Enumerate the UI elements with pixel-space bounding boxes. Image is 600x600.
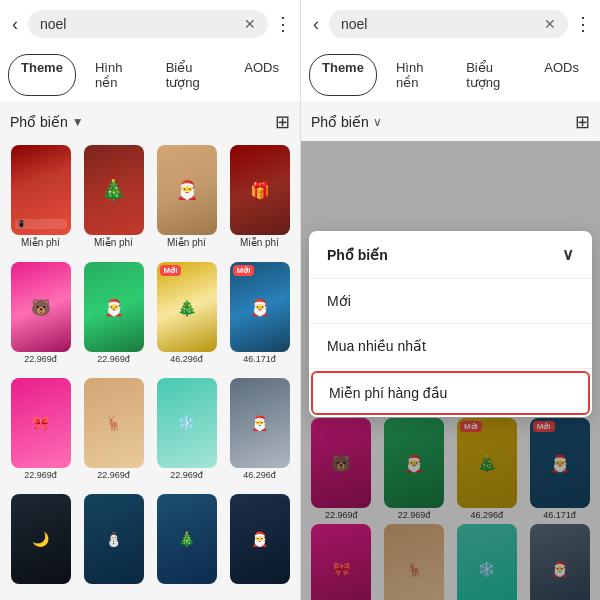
dropdown-label: Mới [327, 293, 351, 309]
theme-thumbnail: 🎀 [11, 378, 71, 468]
right-filter-tabs: Theme Hình nền Biểu tượng AODs [301, 48, 600, 103]
theme-label: Miễn phí [240, 237, 279, 248]
right-back-button[interactable]: ‹ [309, 12, 323, 37]
theme-thumbnail: 🎅 [84, 262, 144, 352]
dropdown-label: Phổ biến [327, 247, 388, 263]
left-tab-aods[interactable]: AODs [231, 54, 292, 96]
dropdown-item-moi[interactable]: Mới [309, 279, 592, 324]
right-sort-chevron-icon: ∨ [373, 115, 382, 129]
left-search-input[interactable]: noel ✕ [28, 10, 268, 38]
theme-thumbnail: Mới 🎅 [230, 262, 290, 352]
theme-card[interactable]: 🎅 [225, 494, 294, 596]
left-sort-label-text: Phổ biến [10, 114, 68, 130]
theme-label: 22.969đ [97, 470, 130, 480]
theme-label: Miễn phí [94, 237, 133, 248]
theme-thumbnail: 📱 [11, 145, 71, 235]
left-panel: ‹ noel ✕ ⋮ Theme Hình nền Biểu tượng AOD… [0, 0, 300, 600]
right-content-area: Phổ biến ∨ Mới Mua nhiều nhất Miễn phí h… [301, 141, 600, 600]
right-search-bar: ‹ noel ✕ ⋮ [301, 0, 600, 48]
left-tab-theme[interactable]: Theme [8, 54, 76, 96]
theme-thumbnail: 🎅 [157, 145, 217, 235]
theme-label: Miễn phí [167, 237, 206, 248]
left-clear-button[interactable]: ✕ [244, 16, 256, 32]
theme-label: 22.969đ [170, 470, 203, 480]
theme-thumbnail: ❄️ [157, 378, 217, 468]
right-tab-hinh-nen[interactable]: Hình nền [383, 54, 447, 96]
right-panel: ‹ noel ✕ ⋮ Theme Hình nền Biểu tượng AOD… [300, 0, 600, 600]
theme-card[interactable]: ❄️ 22.969đ [152, 378, 221, 490]
left-search-bar: ‹ noel ✕ ⋮ [0, 0, 300, 48]
left-sort-row: Phổ biến ▼ ⊞ [0, 103, 300, 141]
theme-thumbnail: 🦌 [84, 378, 144, 468]
right-tab-theme[interactable]: Theme [309, 54, 377, 96]
theme-thumbnail: 🌙 [11, 494, 71, 584]
left-search-text: noel [40, 16, 66, 32]
right-sort-dropdown[interactable]: Phổ biến ∨ [311, 114, 382, 130]
theme-thumbnail: 🐻 [11, 262, 71, 352]
left-filter-tabs: Theme Hình nền Biểu tượng AODs [0, 48, 300, 103]
left-grid-toggle-icon[interactable]: ⊞ [275, 111, 290, 133]
right-sort-row: Phổ biến ∨ ⊞ [301, 103, 600, 141]
theme-card[interactable]: 🎄 Miễn phí [79, 145, 148, 258]
theme-thumbnail: 🎅 [230, 494, 290, 584]
theme-card[interactable]: 🌙 [6, 494, 75, 596]
new-badge: Mới [160, 265, 182, 276]
theme-card[interactable]: 🎄 [152, 494, 221, 596]
dropdown-item-mua-nhieu-nhat[interactable]: Mua nhiều nhất [309, 324, 592, 369]
right-search-input[interactable]: noel ✕ [329, 10, 568, 38]
theme-card[interactable]: 🎅 46.296đ [225, 378, 294, 490]
left-themes-grid: 📱 Miễn phí 🎄 Miễn phí 🎅 Miễn phí [0, 141, 300, 600]
theme-card[interactable]: 🎁 Miễn phí [225, 145, 294, 258]
theme-thumbnail: Mới 🎄 [157, 262, 217, 352]
theme-thumbnail: 🎄 [157, 494, 217, 584]
theme-label: 46.296đ [170, 354, 203, 364]
theme-card[interactable]: Mới 🎄 46.296đ [152, 262, 221, 374]
dropdown-item-pho-bien[interactable]: Phổ biến ∨ [309, 231, 592, 279]
left-sort-chevron-icon: ▼ [72, 115, 84, 129]
right-tab-bieu-tuong[interactable]: Biểu tượng [453, 54, 525, 96]
theme-thumbnail: ⛄ [84, 494, 144, 584]
theme-thumbnail: 🎄 [84, 145, 144, 235]
dropdown-label: Mua nhiều nhất [327, 338, 426, 354]
right-search-text: noel [341, 16, 367, 32]
dropdown-label: Miễn phí hàng đầu [329, 385, 447, 401]
theme-label: 46.296đ [243, 470, 276, 480]
right-tab-aods[interactable]: AODs [531, 54, 592, 96]
theme-card[interactable]: 🎅 Miễn phí [152, 145, 221, 258]
dropdown-item-mien-phi-hang-dau[interactable]: Miễn phí hàng đầu [311, 371, 590, 415]
theme-label: 22.969đ [24, 354, 57, 364]
theme-card[interactable]: Mới 🎅 46.171đ [225, 262, 294, 374]
theme-label: Miễn phí [21, 237, 60, 248]
right-sort-label-text: Phổ biến [311, 114, 369, 130]
left-back-button[interactable]: ‹ [8, 12, 22, 37]
right-more-button[interactable]: ⋮ [574, 13, 592, 35]
theme-card[interactable]: ⛄ [79, 494, 148, 596]
left-tab-hinh-nen[interactable]: Hình nền [82, 54, 147, 96]
left-sort-dropdown[interactable]: Phổ biến ▼ [10, 114, 84, 130]
theme-card[interactable]: 📱 Miễn phí [6, 145, 75, 258]
left-more-button[interactable]: ⋮ [274, 13, 292, 35]
right-clear-button[interactable]: ✕ [544, 16, 556, 32]
theme-thumbnail: 🎁 [230, 145, 290, 235]
theme-thumbnail: 🎅 [230, 378, 290, 468]
theme-card[interactable]: 🎅 22.969đ [79, 262, 148, 374]
new-badge: Mới [233, 265, 255, 276]
theme-label: 22.969đ [24, 470, 57, 480]
theme-card[interactable]: 🎀 22.969đ [6, 378, 75, 490]
left-tab-bieu-tuong[interactable]: Biểu tượng [153, 54, 226, 96]
sort-dropdown-menu[interactable]: Phổ biến ∨ Mới Mua nhiều nhất Miễn phí h… [309, 231, 592, 417]
theme-card[interactable]: 🦌 22.969đ [79, 378, 148, 490]
theme-label: 22.969đ [97, 354, 130, 364]
theme-label: 46.171đ [243, 354, 276, 364]
right-grid-toggle-icon[interactable]: ⊞ [575, 111, 590, 133]
checkmark-icon: ∨ [562, 245, 574, 264]
theme-card[interactable]: 🐻 22.969đ [6, 262, 75, 374]
